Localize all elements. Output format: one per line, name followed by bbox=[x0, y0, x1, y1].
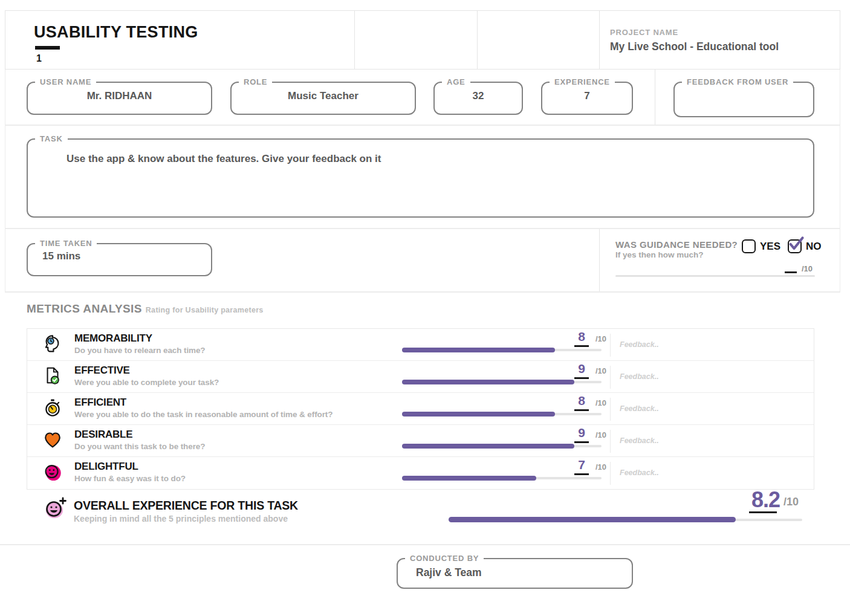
overall-title: OVERALL EXPERIENCE FOR THIS TASK bbox=[74, 499, 298, 513]
metric-score-denominator: /10 bbox=[595, 334, 606, 343]
no-checkbox[interactable] bbox=[788, 239, 802, 253]
time-taken-field[interactable]: TIME TAKEN 15 mins bbox=[27, 239, 212, 276]
conducted-by-label: CONDUCTED BY bbox=[405, 554, 484, 563]
metric-score: 9 bbox=[568, 426, 595, 440]
metric-row: DESIRABLE Do you want this task to be th… bbox=[27, 425, 814, 457]
metric-score-underline bbox=[574, 441, 589, 443]
header-divider-1 bbox=[354, 11, 355, 69]
metric-score-underline bbox=[574, 345, 589, 347]
role-label: ROLE bbox=[239, 77, 272, 86]
bottom-separator bbox=[0, 544, 850, 545]
metric-text: DESIRABLE Do you want this task to be th… bbox=[74, 429, 205, 451]
experience-label: EXPERIENCE bbox=[550, 77, 615, 86]
feedback-from-user-value[interactable] bbox=[675, 86, 813, 116]
metric-feedback-placeholder[interactable]: Feedback.. bbox=[620, 436, 659, 445]
age-field[interactable]: AGE 32 bbox=[433, 77, 523, 115]
metrics-card: MEMORABILITY Do you have to relearn each… bbox=[27, 328, 814, 490]
metric-score: 8 bbox=[568, 394, 595, 408]
metric-feedback-placeholder[interactable]: Feedback.. bbox=[620, 340, 659, 349]
metric-question: How fun & easy was it to do? bbox=[74, 474, 186, 483]
overall-score-denominator: /10 bbox=[783, 496, 799, 508]
feedback-from-user-label: FEEDBACK FROM USER bbox=[682, 77, 793, 86]
metric-rating-bar[interactable] bbox=[402, 348, 602, 352]
metric-text: MEMORABILITY Do you have to relearn each… bbox=[74, 332, 206, 355]
user-name-value[interactable]: Mr. RIDHAAN bbox=[28, 86, 211, 114]
feedback-from-user-field[interactable]: FEEDBACK FROM USER bbox=[673, 77, 814, 117]
metric-question: Do you have to relearn each time? bbox=[74, 346, 206, 355]
metric-rating-bar[interactable] bbox=[402, 412, 602, 417]
metric-feedback-placeholder[interactable]: Feedback.. bbox=[620, 372, 659, 381]
experience-value[interactable]: 7 bbox=[542, 86, 632, 114]
user-info-band: USER NAME Mr. RIDHAAN ROLE Music Teacher… bbox=[5, 70, 840, 126]
guidance-scale-denominator: /10 bbox=[802, 264, 813, 273]
overall-text: OVERALL EXPERIENCE FOR THIS TASK Keeping… bbox=[74, 499, 298, 524]
metrics-section-title: METRICS ANALYSISRating for Usability par… bbox=[27, 302, 264, 316]
project-block: PROJECT NAME My Live School - Educationa… bbox=[610, 28, 779, 53]
project-name-value[interactable]: My Live School - Educational tool bbox=[610, 41, 779, 53]
overall-rating-bar[interactable] bbox=[449, 517, 802, 522]
guidance-sub-question: If yes then how much? bbox=[615, 250, 704, 259]
metric-divider bbox=[610, 366, 611, 389]
time-taken-value[interactable]: 15 mins bbox=[28, 248, 211, 275]
conducted-by-value[interactable]: Rajiv & Team bbox=[398, 563, 632, 588]
guidance-question: WAS GUIDANCE NEEDED? bbox=[615, 239, 738, 250]
title-underline bbox=[35, 46, 60, 50]
sheet-number: 1 bbox=[36, 53, 42, 64]
metric-score-underline bbox=[574, 473, 589, 475]
header: USABILITY TESTING 1 PROJECT NAME My Live… bbox=[5, 10, 840, 70]
metric-title: DELIGHTFUL bbox=[74, 461, 186, 473]
metric-feedback-placeholder[interactable]: Feedback.. bbox=[620, 404, 659, 413]
no-label: NO bbox=[806, 241, 822, 253]
task-field[interactable]: TASK Use the app & know about the featur… bbox=[27, 134, 814, 218]
conducted-by-field[interactable]: CONDUCTED BY Rajiv & Team bbox=[397, 554, 633, 589]
metric-divider bbox=[610, 334, 611, 357]
metric-score: 9 bbox=[568, 361, 595, 376]
metric-question: Do you want this task to be there? bbox=[74, 442, 205, 451]
time-band: TIME TAKEN 15 mins WAS GUIDANCE NEEDED? … bbox=[5, 229, 840, 293]
role-field[interactable]: ROLE Music Teacher bbox=[230, 77, 416, 115]
metric-score-denominator: /10 bbox=[595, 462, 606, 472]
yes-label: YES bbox=[760, 241, 780, 253]
metric-row: DELIGHTFUL How fun & easy was it to do? … bbox=[27, 457, 814, 489]
memorability-icon bbox=[43, 334, 63, 355]
user-band-divider bbox=[655, 70, 655, 125]
overall-smiley-plus-icon bbox=[42, 496, 68, 521]
metric-rating-bar[interactable] bbox=[402, 444, 602, 449]
metric-row: EFFICIENT Were you able to do the task i… bbox=[27, 393, 814, 425]
metric-score: 8 bbox=[568, 329, 595, 344]
effective-icon bbox=[43, 366, 63, 387]
metric-question: Were you able to complete your task? bbox=[74, 378, 219, 387]
experience-field[interactable]: EXPERIENCE 7 bbox=[541, 77, 633, 115]
task-label: TASK bbox=[35, 134, 68, 143]
metric-score-underline bbox=[574, 409, 589, 411]
time-band-divider bbox=[599, 229, 600, 291]
age-label: AGE bbox=[442, 77, 470, 86]
yes-checkbox[interactable] bbox=[742, 239, 756, 253]
efficient-icon bbox=[43, 398, 63, 419]
metric-score-denominator: /10 bbox=[595, 398, 606, 407]
guidance-scale-blank[interactable] bbox=[785, 271, 797, 273]
overall-subtitle: Keeping in mind all the 5 principles men… bbox=[74, 514, 298, 524]
time-taken-label: TIME TAKEN bbox=[35, 239, 97, 248]
metric-bar-fill bbox=[402, 412, 555, 417]
task-value[interactable]: Use the app & know about the features. G… bbox=[28, 143, 813, 216]
guidance-scale-track[interactable] bbox=[615, 275, 815, 277]
metric-rating-bar[interactable] bbox=[402, 476, 602, 481]
overall-score-underline bbox=[749, 511, 777, 513]
metric-score-denominator: /10 bbox=[595, 366, 606, 375]
metric-rating-bar[interactable] bbox=[402, 380, 602, 384]
metric-feedback-placeholder[interactable]: Feedback.. bbox=[620, 468, 659, 477]
age-value[interactable]: 32 bbox=[435, 86, 522, 114]
header-divider-3 bbox=[599, 11, 600, 69]
metric-score-denominator: /10 bbox=[595, 430, 606, 439]
user-name-field[interactable]: USER NAME Mr. RIDHAAN bbox=[27, 77, 212, 115]
role-value[interactable]: Music Teacher bbox=[232, 86, 415, 114]
metrics-title-text: METRICS ANALYSIS bbox=[27, 302, 142, 315]
metrics-subtitle: Rating for Usability parameters bbox=[146, 306, 264, 314]
task-band: TASK Use the app & know about the featur… bbox=[5, 126, 840, 229]
metric-text: EFFECTIVE Were you able to complete your… bbox=[74, 365, 219, 387]
metric-row: MEMORABILITY Do you have to relearn each… bbox=[27, 329, 814, 361]
check-icon bbox=[788, 236, 805, 253]
metric-score: 7 bbox=[568, 458, 595, 472]
project-name-label: PROJECT NAME bbox=[610, 28, 779, 37]
